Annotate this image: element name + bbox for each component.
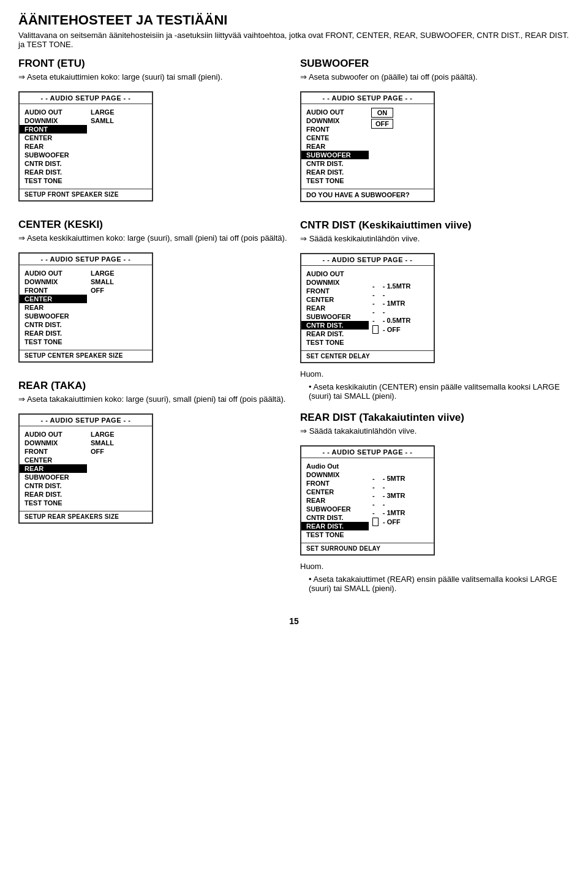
rear-menu-downmix: DOWNMIX [20,439,87,447]
sw-menu-front: FRONT [301,125,369,134]
rear-value-small: SMALL [91,439,115,447]
rear-dist-note-bullet: Aseta takakaiuttimet (REAR) ensin päälle… [300,575,570,593]
front-menu-subwoofer: SUBWOOFER [20,151,87,159]
rear-dist-panel: - - AUDIO SETUP PAGE - - Audio Out DOWNM… [300,445,435,556]
center-value-large: LARGE [91,269,115,277]
rd-menu-rear-dist: REAR DIST. [301,522,369,530]
center-panel-header: - - AUDIO SETUP PAGE - - [20,254,152,265]
front-menu-audio-out: AUDIO OUT [20,108,87,116]
center-value-off: OFF [91,286,115,295]
cntr-dist-note-bullet: Aseta keskikaiutin (CENTER) ensin päälle… [300,382,570,401]
front-panel-header: - - AUDIO SETUP PAGE - - [20,92,152,104]
subwoofer-off-box: OFF [371,119,393,129]
cntr-dist-panel: - - AUDIO SETUP PAGE - - AUDIO OUT DOWNM… [300,253,435,363]
subwoofer-section: SUBWOOFER Aseta subwoofer on (päälle) ta… [300,58,570,208]
center-menu-cntr-dist: CNTR DIST. [20,320,87,329]
rd-menu-downmix: DOWNMIX [301,470,369,479]
center-menu-front: FRONT [20,286,87,295]
cntr-dist-panel-header: - - AUDIO SETUP PAGE - - [301,254,434,266]
center-menu-subwoofer: SUBWOOFER [20,312,87,320]
cd-menu-cntr-dist: CNTR DIST. [301,321,369,330]
front-menu-downmix: DOWNMIX [20,116,87,125]
cd-delay-1mtr: - - 1MTR [372,300,411,307]
front-menu-cntr-dist: CNTR DIST. [20,159,87,168]
center-menu-audio-out: AUDIO OUT [20,269,87,277]
rd-menu-subwoofer: SUBWOOFER [301,505,369,513]
subwoofer-subtitle: Aseta subwoofer on (päälle) tai off (poi… [300,72,570,81]
front-menu-rear: REAR [20,142,87,151]
subwoofer-onoff-values: ON OFF [369,108,396,185]
intro-text: Valittavana on seitsemän äänitehosteisii… [18,31,570,49]
rd-delay-mid1: - - [372,483,405,491]
rear-value-large: LARGE [91,430,115,439]
rear-subtitle: Aseta takakaiuttimien koko: large (suuri… [18,394,288,404]
page-title: ÄÄNITEHOSTEET JA TESTIÄÄNI [18,12,570,28]
rd-delay-3mtr: - - 3MTR [372,492,405,499]
front-value-large: LARGE [91,108,115,116]
sw-menu-rear-dist: REAR DIST. [301,168,369,176]
rear-menu-center: CENTER [20,456,87,464]
front-menu-front: FRONT [20,125,87,134]
rear-dist-section: REAR DIST (Takakaiutinten viive) Säädä t… [300,412,570,593]
center-menu-rear: REAR [20,303,87,312]
rd-menu-test-tone: TEST TONE [301,530,369,539]
rd-menu-center: CENTER [301,488,369,496]
cntr-dist-section: CNTR DIST (Keskikaiuttimen viive) Säädä … [300,219,570,401]
rear-dist-panel-footer: SET SURROUND DELAY [301,543,434,554]
rear-menu-test-tone: TEST TONE [20,499,87,507]
center-subtitle: Aseta keskikaiuttimen koko: large (suuri… [18,233,288,243]
cntr-dist-panel-footer: SET CENTER DELAY [301,350,434,362]
center-panel-values: LARGE SMALL OFF [87,269,118,346]
center-menu-center: CENTER [20,295,87,303]
sw-menu-test-tone: TEST TONE [301,176,369,185]
rear-menu-rear-dist: REAR DIST. [20,490,87,499]
rd-menu-front: FRONT [301,479,369,488]
rd-delay-1mtr: - - 1MTR [372,509,405,516]
center-menu-downmix: DOWNMIX [20,277,87,286]
sw-menu-rear: REAR [301,142,369,151]
center-menu-rear-dist: REAR DIST. [20,329,87,337]
rd-menu-cntr-dist: CNTR DIST. [301,513,369,522]
rear-title: REAR (TAKA) [18,380,288,392]
subwoofer-title: SUBWOOFER [300,58,570,70]
rear-dist-menu-list: Audio Out DOWNMIX FRONT CENTER REAR SUBW… [301,462,369,539]
cd-menu-test-tone: TEST TONE [301,338,369,347]
rear-menu-subwoofer: SUBWOOFER [20,473,87,481]
front-section: FRONT (ETU) Aseta etukaiuttimien koko: l… [18,58,288,208]
rear-menu-rear: REAR [20,464,87,473]
cd-delay-0.5mtr: - - 0.5MTR [372,317,411,324]
center-menu-test-tone: TEST TONE [20,337,87,346]
rear-menu-audio-out: AUDIO OUT [20,430,87,439]
rear-panel-values: LARGE SMALL OFF [87,430,118,507]
center-menu-list: AUDIO OUT DOWNMIX FRONT CENTER REAR SUBW… [20,269,87,346]
front-panel: - - AUDIO SETUP PAGE - - AUDIO OUT DOWNM… [18,91,153,202]
subwoofer-menu-list: AUDIO OUT DOWNMIX FRONT CENTE REAR SUBWO… [301,108,369,185]
front-title: FRONT (ETU) [18,58,288,70]
cd-menu-audio-out: AUDIO OUT [301,270,369,278]
rear-menu-front: FRONT [20,447,87,456]
cntr-dist-title: CNTR DIST (Keskikaiuttimen viive) [300,219,570,232]
rear-menu-list: AUDIO OUT DOWNMIX FRONT CENTER REAR SUBW… [20,430,87,507]
cd-delay-mid1: - - [372,291,411,298]
rd-delay-5mtr: - - 5MTR [372,475,405,482]
cd-menu-downmix: DOWNMIX [301,278,369,287]
rear-dist-panel-header: - - AUDIO SETUP PAGE - - [301,447,434,458]
rear-section: REAR (TAKA) Aseta takakaiuttimien koko: … [18,380,288,530]
subwoofer-on-box: ON [371,108,393,118]
center-panel: - - AUDIO SETUP PAGE - - AUDIO OUT DOWNM… [18,252,153,363]
sw-menu-downmix: DOWNMIX [301,116,369,125]
sw-menu-audio-out: AUDIO OUT [301,108,369,116]
front-subtitle: Aseta etukaiuttimien koko: large (suuri)… [18,72,288,81]
subwoofer-panel: - - AUDIO SETUP PAGE - - AUDIO OUT DOWNM… [300,91,435,202]
rear-dist-subtitle: Säädä takakaiutinlähdön viive. [300,426,570,436]
subwoofer-panel-footer: DO YOU HAVE A SUBWOOFER? [301,189,434,201]
rear-menu-cntr-dist: CNTR DIST. [20,481,87,490]
rd-menu-rear: REAR [301,496,369,505]
cd-menu-rear: REAR [301,304,369,312]
page-number: 15 [18,616,570,626]
sw-menu-subwoofer: SUBWOOFER [301,151,369,159]
rear-value-off: OFF [91,447,115,456]
subwoofer-panel-header: - - AUDIO SETUP PAGE - - [301,92,434,104]
cd-delay-mid2: - - [372,308,411,315]
front-panel-values: LARGE SAMLL [87,108,118,185]
